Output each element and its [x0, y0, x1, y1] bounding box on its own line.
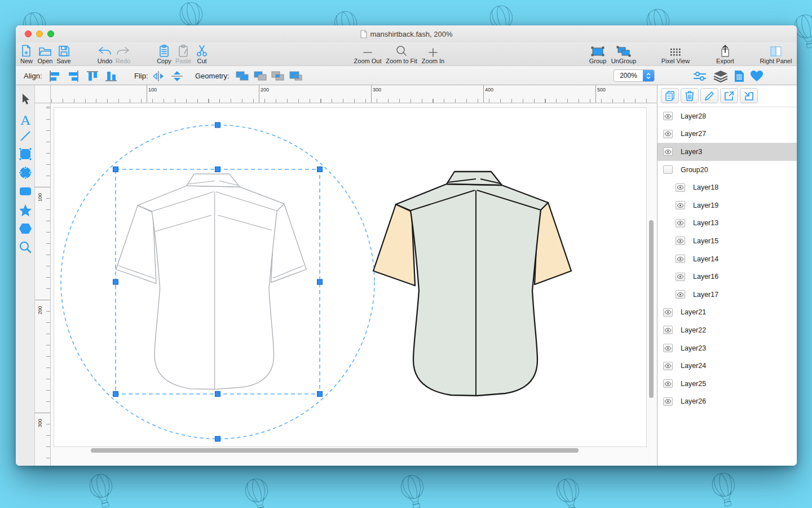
- zoom-stepper[interactable]: [643, 70, 654, 81]
- layer-row[interactable]: Layer21: [657, 304, 797, 322]
- titlebar: manshirtback.fash, 200%: [16, 25, 797, 42]
- visibility-toggle[interactable]: [663, 147, 673, 156]
- zoom-window-button[interactable]: [47, 30, 54, 37]
- layer-row[interactable]: Layer27: [657, 125, 797, 143]
- visibility-toggle[interactable]: [663, 397, 673, 406]
- visibility-toggle[interactable]: [676, 273, 685, 281]
- document-properties-button[interactable]: [731, 69, 748, 82]
- visibility-toggle[interactable]: [663, 130, 673, 138]
- layer-row[interactable]: Group20: [657, 161, 797, 179]
- save-button[interactable]: Save: [46, 44, 82, 65]
- align-bottom-button[interactable]: [103, 69, 120, 82]
- edit-layer-button[interactable]: [700, 88, 718, 103]
- magnifier-icon: [383, 44, 420, 57]
- visibility-toggle[interactable]: [676, 290, 685, 299]
- selection-bounding-box: [116, 169, 320, 394]
- zoom-in-button[interactable]: Zoom In: [415, 44, 451, 65]
- layers-stack-button[interactable]: [712, 69, 729, 82]
- right-panel-toggle-button[interactable]: Right Panel: [758, 44, 794, 65]
- right-panel-icon: [758, 44, 794, 57]
- visibility-toggle[interactable]: [676, 237, 685, 245]
- visibility-toggle[interactable]: [676, 183, 685, 192]
- line-tool[interactable]: [16, 128, 35, 144]
- flip-horizontal-button[interactable]: [150, 69, 167, 82]
- save-floppy-icon: [46, 44, 82, 57]
- text-tool[interactable]: A: [16, 112, 35, 129]
- balloon-pattern-icon: [85, 471, 118, 508]
- visibility-toggle[interactable]: [663, 112, 673, 120]
- visibility-toggle[interactable]: [663, 326, 673, 334]
- vertical-scrollbar[interactable]: [649, 220, 654, 398]
- geometry-union-button[interactable]: [234, 69, 251, 82]
- align-top-button[interactable]: [84, 69, 101, 82]
- layer-row[interactable]: Layer18: [657, 178, 797, 196]
- rectangle-tool[interactable]: [16, 146, 35, 163]
- layer-row[interactable]: Layer16: [657, 268, 797, 286]
- text-tool-icon: A: [21, 114, 30, 127]
- ruler-corner: [35, 85, 51, 103]
- geometry-exclude-button[interactable]: [288, 69, 304, 82]
- layer-row[interactable]: Layer17: [657, 286, 797, 304]
- layer-row[interactable]: Layer23: [657, 339, 797, 357]
- align-left-button[interactable]: [47, 69, 64, 82]
- group-checkbox[interactable]: [663, 165, 673, 174]
- geometry-intersect-button[interactable]: [270, 69, 286, 82]
- favorite-heart-button[interactable]: [748, 69, 765, 82]
- export-button[interactable]: Export: [707, 44, 743, 65]
- align-label: Align:: [24, 72, 42, 80]
- layer-row-selected[interactable]: Layer3: [657, 143, 797, 161]
- visibility-toggle[interactable]: [676, 255, 685, 263]
- visibility-toggle[interactable]: [676, 219, 685, 227]
- zoom-out-button[interactable]: Zoom Out: [350, 44, 386, 65]
- layer-row[interactable]: Layer25: [657, 375, 797, 393]
- duplicate-layer-button[interactable]: [661, 88, 679, 103]
- ellipse-tool[interactable]: [16, 164, 35, 181]
- select-tool[interactable]: [16, 91, 35, 108]
- cut-scissors-icon: [184, 44, 220, 57]
- cut-button[interactable]: Cut: [184, 44, 220, 65]
- balloon-pattern-icon: [552, 475, 585, 508]
- import-layer-button[interactable]: [740, 88, 758, 103]
- geometry-label: Geometry:: [195, 72, 230, 80]
- star-tool[interactable]: [16, 202, 35, 219]
- canvas[interactable]: [51, 103, 657, 466]
- layer-row[interactable]: Layer19: [657, 196, 797, 214]
- layer-row[interactable]: Layer28: [657, 107, 797, 125]
- settings-sliders-button[interactable]: [691, 69, 708, 82]
- vertical-ruler: 100 200 300: [35, 103, 51, 466]
- layers-panel: Layer28 Layer27 Layer3 Group20 Layer18 L…: [657, 85, 797, 466]
- delete-layer-button[interactable]: [681, 88, 699, 103]
- visibility-toggle[interactable]: [663, 362, 673, 370]
- zoom-level-control[interactable]: 200%: [614, 69, 655, 82]
- layer-row[interactable]: Layer15: [657, 232, 797, 250]
- balloon-pattern-icon: [396, 472, 430, 508]
- document-icon: [360, 30, 367, 38]
- layer-row[interactable]: Layer24: [657, 357, 797, 375]
- align-right-button[interactable]: [64, 69, 81, 82]
- visibility-toggle[interactable]: [663, 308, 673, 317]
- pixel-view-button[interactable]: Pixel View: [657, 44, 694, 65]
- ungroup-button[interactable]: UnGroup: [606, 44, 642, 65]
- minimize-window-button[interactable]: [36, 30, 43, 37]
- flip-vertical-button[interactable]: [169, 69, 186, 82]
- rounded-rect-tool[interactable]: [16, 183, 35, 200]
- zoom-to-fit-button[interactable]: Zoom to Fit: [383, 44, 420, 65]
- format-toolbar: Align: Flip: Geometry:: [16, 65, 797, 85]
- redo-button: Redo: [105, 44, 141, 65]
- close-window-button[interactable]: [25, 30, 32, 37]
- visibility-toggle[interactable]: [676, 201, 685, 209]
- layer-row[interactable]: Layer14: [657, 250, 797, 268]
- layer-row[interactable]: Layer26: [657, 393, 797, 411]
- zoom-tool[interactable]: [16, 239, 35, 256]
- horizontal-scrollbar[interactable]: [91, 448, 579, 453]
- polygon-tool[interactable]: [16, 220, 35, 237]
- layers-panel-toolbar: [661, 88, 758, 104]
- layer-row[interactable]: Layer22: [657, 321, 797, 339]
- visibility-toggle[interactable]: [663, 379, 673, 388]
- workspace: A 100 200 300 400 500 100 200 300: [16, 85, 797, 466]
- visibility-toggle[interactable]: [663, 344, 673, 352]
- export-layer-button[interactable]: [720, 88, 738, 103]
- export-arrow-icon: [707, 44, 743, 57]
- layer-row[interactable]: Layer13: [657, 214, 797, 233]
- geometry-subtract-button[interactable]: [252, 69, 269, 82]
